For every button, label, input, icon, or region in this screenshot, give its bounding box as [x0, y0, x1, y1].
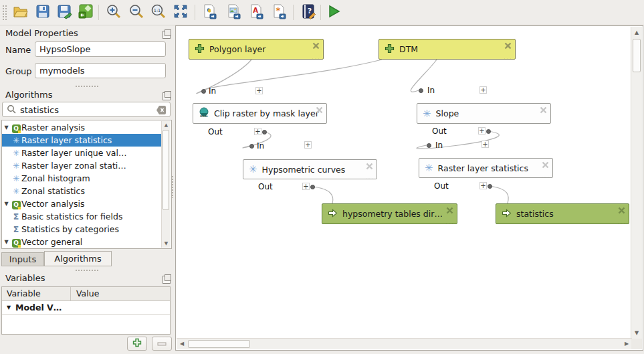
tree-group-raster-analysis[interactable]: ▼ Q Raster analysis — [2, 121, 163, 134]
scroll-left-icon[interactable]: ◀ — [177, 339, 187, 349]
float-panel-icon[interactable] — [163, 276, 171, 284]
model-name-field[interactable] — [35, 41, 166, 57]
delete-node-icon[interactable] — [542, 161, 549, 168]
tree-group-vector-analysis[interactable]: ▼ Q Vector analysis — [2, 197, 163, 210]
tree-item-zonal-statistics[interactable]: ✳ Zonal statistics — [2, 185, 163, 197]
delete-node-icon[interactable] — [540, 106, 547, 113]
export-as-python-button[interactable] — [200, 3, 219, 21]
output-socket[interactable] — [262, 130, 267, 135]
node-raster-layer-statistics[interactable]: ✳ Raster layer statistics — [419, 158, 553, 178]
toolbar-drag-handle[interactable] — [2, 5, 7, 20]
export-as-svg-button[interactable]: * — [270, 3, 288, 21]
input-socket[interactable] — [201, 89, 206, 94]
save-model-in-project-button[interactable] — [76, 3, 95, 21]
model-variables-row[interactable]: ▼ Model V… — [2, 300, 170, 315]
scrollbar-thumb[interactable] — [633, 39, 641, 72]
tree-item-statistics-by-categories[interactable]: Σ Statistics by categories — [2, 223, 163, 236]
save-model-button[interactable] — [33, 3, 52, 21]
tree-group-vector-general[interactable]: ▼ Q Vector general — [2, 236, 163, 248]
canvas-horizontal-scrollbar[interactable]: ◀ ▶ — [177, 338, 632, 349]
tree-scrollbar[interactable]: ▲ ▼ — [161, 121, 171, 248]
scroll-down-icon[interactable]: ▼ — [631, 328, 642, 338]
chevron-down-icon[interactable]: ▼ — [2, 239, 11, 245]
open-model-button[interactable] — [11, 3, 29, 21]
model-canvas[interactable]: Polygon layer DTM In + GDAL Clip raster … — [175, 25, 643, 351]
remove-variable-button[interactable] — [152, 337, 172, 351]
connection-wires — [176, 26, 644, 351]
float-panel-icon[interactable] — [163, 31, 171, 39]
expand-inputs-icon[interactable]: + — [481, 141, 489, 148]
zoom-in-button[interactable] — [104, 3, 123, 21]
node-options-icon[interactable] — [311, 54, 320, 57]
scroll-right-icon[interactable]: ▶ — [622, 339, 631, 349]
node-options-icon[interactable] — [364, 173, 374, 177]
delete-node-icon[interactable] — [312, 41, 320, 49]
output-socket[interactable] — [486, 129, 491, 134]
expand-outputs-icon[interactable]: + — [302, 183, 310, 190]
expand-outputs-icon[interactable]: + — [479, 182, 487, 189]
algorithm-tree: ▼ Q Raster analysis ✳ Raster layer stati… — [1, 120, 172, 249]
model-group-field[interactable] — [35, 63, 166, 78]
expand-inputs-icon[interactable]: + — [304, 141, 312, 149]
add-variable-button[interactable] — [127, 337, 147, 351]
node-polygon-layer[interactable]: Polygon layer — [189, 39, 324, 60]
clear-search-icon[interactable] — [156, 105, 167, 117]
tree-item-raster-layer-unique-values[interactable]: ✳ Raster layer unique val… — [2, 147, 163, 159]
splitter-handle[interactable] — [75, 85, 99, 88]
output-socket[interactable] — [310, 185, 315, 189]
save-model-as-button[interactable] — [55, 3, 74, 21]
node-options-icon[interactable] — [503, 54, 512, 57]
export-as-image-button[interactable] — [224, 3, 243, 21]
delete-node-icon[interactable] — [366, 162, 373, 169]
scrollbar-thumb[interactable] — [188, 340, 250, 348]
chevron-down-icon[interactable]: ▼ — [2, 201, 11, 207]
node-options-icon[interactable] — [540, 172, 550, 175]
export-as-pdf-button[interactable]: A — [247, 3, 265, 21]
node-clip-raster-by-mask-layer[interactable]: GDAL Clip raster by mask layer — [193, 103, 327, 124]
expand-inputs-icon[interactable]: + — [255, 87, 263, 94]
chevron-down-icon[interactable]: ▼ — [2, 304, 15, 311]
output-socket[interactable] — [488, 184, 492, 189]
expand-outputs-icon[interactable]: + — [254, 128, 261, 135]
input-socket[interactable] — [427, 143, 431, 148]
float-panel-icon[interactable] — [163, 92, 171, 100]
node-hypsometric-curves[interactable]: ✳ Hypsometric curves — [243, 159, 377, 179]
tree-item-raster-layer-zonal-statistics[interactable]: ✳ Raster layer zonal stati… — [2, 159, 163, 172]
scrollbar-thumb[interactable] — [163, 130, 169, 210]
scroll-up-icon[interactable]: ▲ — [162, 121, 171, 129]
delete-node-icon[interactable] — [316, 106, 323, 113]
panel-splitter-handle[interactable] — [171, 175, 174, 198]
scroll-up-icon[interactable]: ▲ — [631, 27, 642, 37]
zoom-full-button[interactable] — [171, 3, 190, 21]
input-socket[interactable] — [419, 88, 423, 93]
node-options-icon[interactable] — [445, 218, 454, 222]
node-slope[interactable]: ✳ Slope — [417, 103, 551, 124]
node-output-hypsometry-tables[interactable]: hypsometry tables dir… — [322, 203, 457, 224]
tab-inputs[interactable]: Inputs — [1, 252, 44, 266]
delete-node-icon[interactable] — [446, 206, 453, 213]
node-options-icon[interactable] — [617, 218, 626, 222]
input-socket[interactable] — [249, 144, 254, 149]
canvas-vertical-scrollbar[interactable]: ▲ ▼ — [631, 27, 642, 339]
delete-node-icon[interactable] — [504, 41, 512, 49]
chevron-down-icon[interactable]: ▼ — [2, 124, 11, 130]
node-output-statistics[interactable]: statistics — [496, 203, 629, 224]
expand-outputs-icon[interactable]: + — [478, 127, 486, 135]
splitter-handle[interactable] — [75, 269, 99, 272]
tab-algorithms[interactable]: Algorithms — [44, 251, 112, 266]
node-options-icon[interactable] — [314, 118, 324, 121]
zoom-actual-size-button[interactable]: 1:1 — [149, 3, 168, 21]
node-dtm[interactable]: DTM — [379, 39, 516, 60]
node-options-icon[interactable] — [538, 118, 548, 121]
run-model-button[interactable] — [324, 3, 343, 21]
scroll-down-icon[interactable]: ▼ — [162, 240, 171, 248]
tree-item-zonal-histogram[interactable]: ✳ Zonal histogram — [2, 172, 163, 185]
expand-inputs-icon[interactable]: + — [479, 86, 487, 94]
sigma-icon: Σ — [11, 211, 21, 222]
tree-item-raster-layer-statistics[interactable]: ✳ Raster layer statistics — [2, 134, 163, 147]
search-input[interactable] — [19, 103, 155, 117]
edit-model-help-button[interactable]: ? — [299, 3, 318, 21]
zoom-out-button[interactable] — [127, 3, 146, 21]
tree-item-basic-statistics-for-fields[interactable]: Σ Basic statistics for fields — [2, 210, 163, 223]
delete-node-icon[interactable] — [618, 206, 625, 213]
